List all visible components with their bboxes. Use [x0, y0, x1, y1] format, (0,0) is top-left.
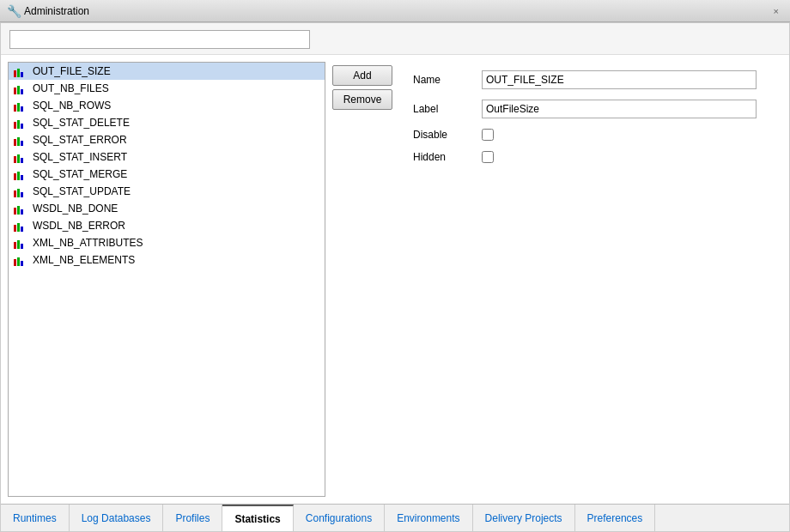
- list-item-label: SQL_NB_ROWS: [33, 100, 111, 112]
- label-label: Label: [413, 103, 482, 115]
- tab-preferences[interactable]: Preferences: [575, 505, 656, 531]
- chart-icon: [14, 151, 29, 163]
- label-row: Label: [413, 100, 769, 118]
- list-item-label: XML_NB_ELEMENTS: [33, 254, 135, 266]
- title-bar-text: Administration: [24, 5, 769, 17]
- name-input[interactable]: [482, 70, 757, 89]
- remove-button[interactable]: Remove: [332, 89, 392, 110]
- list-item[interactable]: OUT_NB_FILES: [9, 80, 325, 97]
- chart-icon: [14, 185, 29, 197]
- list-item[interactable]: SQL_STAT_INSERT: [9, 148, 325, 166]
- list-item[interactable]: XML_NB_ELEMENTS: [9, 251, 325, 269]
- list-item-label: OUT_NB_FILES: [33, 82, 109, 94]
- list-item[interactable]: OUT_FILE_SIZE: [9, 63, 325, 80]
- list-item-label: SQL_STAT_MERGE: [33, 168, 127, 180]
- hidden-label: Hidden: [413, 151, 482, 163]
- list-item[interactable]: WSDL_NB_ERROR: [9, 217, 325, 234]
- chart-icon: [14, 237, 29, 249]
- list-item-label: SQL_STAT_INSERT: [33, 151, 127, 163]
- tab-profiles[interactable]: Profiles: [163, 505, 222, 531]
- disable-row: Disable: [413, 129, 769, 141]
- list-item[interactable]: WSDL_NB_DONE: [9, 200, 325, 217]
- tab-runtimes[interactable]: Runtimes: [1, 505, 70, 531]
- list-item[interactable]: SQL_STAT_DELETE: [9, 114, 325, 131]
- statistics-list: OUT_FILE_SIZEOUT_NB_FILESSQL_NB_ROWSSQL_…: [8, 62, 325, 497]
- chart-icon: [14, 117, 29, 129]
- chart-icon: [14, 100, 29, 112]
- app-icon: 🔧: [7, 4, 21, 18]
- list-item[interactable]: SQL_STAT_MERGE: [9, 166, 325, 183]
- add-button[interactable]: Add: [332, 65, 392, 86]
- list-item-label: SQL_STAT_ERROR: [33, 134, 127, 146]
- disable-checkbox[interactable]: [482, 129, 494, 141]
- title-bar: 🔧 Administration ×: [0, 0, 790, 22]
- label-input[interactable]: [482, 100, 757, 118]
- list-item[interactable]: SQL_STAT_ERROR: [9, 131, 325, 148]
- list-item[interactable]: SQL_NB_ROWS: [9, 97, 325, 114]
- content-area: OUT_FILE_SIZEOUT_NB_FILESSQL_NB_ROWSSQL_…: [1, 55, 789, 504]
- tab-bar: RuntimesLog DatabasesProfilesStatisticsC…: [1, 504, 789, 531]
- chart-icon: [14, 134, 29, 146]
- hidden-row: Hidden: [413, 151, 769, 163]
- chart-icon: [14, 220, 29, 232]
- list-item-label: SQL_STAT_DELETE: [33, 117, 130, 129]
- list-item-label: WSDL_NB_ERROR: [33, 220, 125, 232]
- chart-icon: [14, 65, 29, 77]
- disable-label: Disable: [413, 129, 482, 141]
- chart-icon: [14, 254, 29, 266]
- tab-environments[interactable]: Environments: [385, 505, 472, 531]
- name-label: Name: [413, 74, 482, 86]
- buttons-panel: Add Remove: [332, 62, 392, 497]
- list-item-label: XML_NB_ATTRIBUTES: [33, 237, 143, 249]
- tab-statistics[interactable]: Statistics: [222, 505, 293, 531]
- list-item[interactable]: SQL_STAT_UPDATE: [9, 183, 325, 200]
- main-content: OUT_FILE_SIZEOUT_NB_FILESSQL_NB_ROWSSQL_…: [0, 22, 790, 532]
- tab-configurations[interactable]: Configurations: [294, 505, 385, 531]
- tab-log-databases[interactable]: Log Databases: [70, 505, 164, 531]
- search-input[interactable]: [9, 30, 310, 49]
- close-button[interactable]: ×: [769, 4, 783, 18]
- name-row: Name: [413, 70, 769, 89]
- list-item-label: OUT_FILE_SIZE: [33, 65, 111, 77]
- list-item[interactable]: XML_NB_ATTRIBUTES: [9, 234, 325, 251]
- list-item-label: WSDL_NB_DONE: [33, 203, 118, 215]
- chart-icon: [14, 168, 29, 180]
- chart-icon: [14, 82, 29, 94]
- chart-icon: [14, 203, 29, 215]
- list-item-label: SQL_STAT_UPDATE: [33, 185, 131, 197]
- search-bar: [1, 23, 789, 55]
- hidden-checkbox[interactable]: [482, 151, 494, 163]
- form-panel: Name Label Disable Hidden: [399, 62, 782, 497]
- tab-delivery-projects[interactable]: Delivery Projects: [473, 505, 575, 531]
